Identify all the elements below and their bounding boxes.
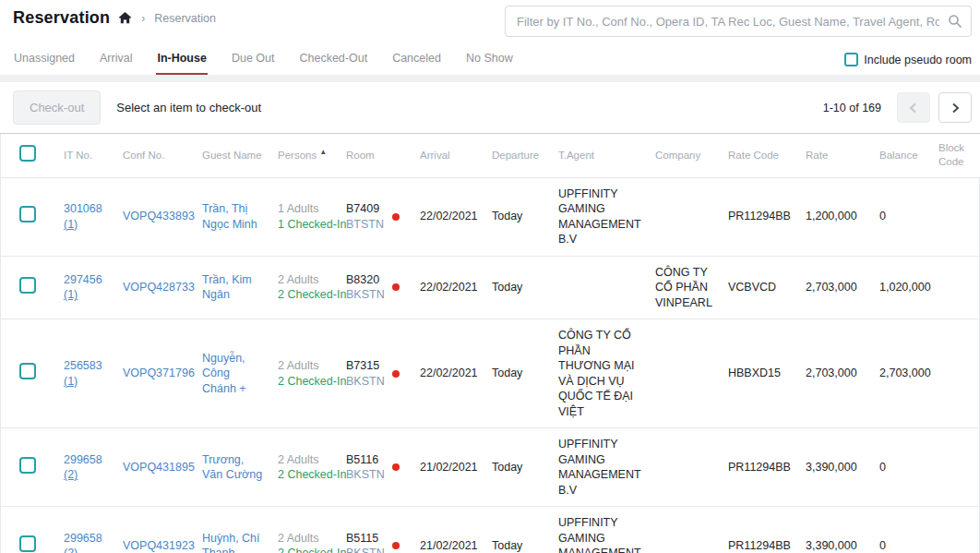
room-number: B5116	[346, 452, 385, 468]
it-no-link[interactable]: 301068 (1)	[64, 202, 102, 231]
column-header-room[interactable]: Room	[335, 134, 409, 177]
rate: 1,200,000	[795, 177, 868, 256]
checked-in-count: 2 Checked-In	[278, 287, 331, 303]
block-code	[927, 256, 980, 319]
reservations-table: IT No.Conf No.Guest NamePersons▲RoomArri…	[0, 134, 980, 553]
block-code	[927, 507, 980, 553]
column-header-departure[interactable]: Departure	[481, 134, 547, 177]
guest-name-link[interactable]: Huỳnh, Chí Thanh	[202, 532, 260, 553]
row-checkbox[interactable]	[19, 363, 36, 379]
include-pseudo-room-checkbox[interactable]	[844, 53, 858, 66]
tab-canceled[interactable]: Canceled	[391, 44, 442, 75]
conf-no-link[interactable]: VOPQ371796	[123, 367, 195, 379]
rate-code: PR11294BB	[717, 177, 795, 256]
tab-arrival[interactable]: Arrival	[99, 44, 133, 75]
column-header-persons[interactable]: Persons▲	[267, 134, 335, 177]
pagination-next-button[interactable]	[938, 92, 972, 123]
row-checkbox[interactable]	[19, 457, 36, 474]
column-header-arrival[interactable]: Arrival	[409, 134, 481, 177]
persons-count: 2 Adults	[278, 358, 331, 374]
column-header-block_code[interactable]: Block Code	[927, 134, 980, 177]
room-number: B7409	[346, 201, 384, 217]
red-dot-indicator	[392, 463, 400, 471]
include-pseudo-room: Include pseudo room	[844, 53, 972, 75]
red-dot-indicator	[392, 542, 400, 549]
row-checkbox[interactable]	[19, 277, 36, 294]
row-checkbox[interactable]	[19, 206, 36, 222]
tab-no-show[interactable]: No Show	[465, 44, 514, 75]
company	[644, 177, 717, 256]
include-pseudo-room-label: Include pseudo room	[864, 54, 972, 66]
checkout-hint: Select an item to check-out	[116, 101, 261, 114]
tab-in-house[interactable]: In-House	[156, 44, 207, 75]
column-header-rate[interactable]: Rate	[795, 134, 868, 177]
block-code	[927, 319, 980, 428]
table-row: 256583 (1) VOPQ371796 Nguyễn, Công Chánh…	[1, 319, 980, 428]
tabs-row: UnassignedArrivalIn-HouseDue OutChecked-…	[0, 37, 980, 75]
tab-due-out[interactable]: Due Out	[231, 44, 276, 75]
pagination-prev-button[interactable]	[897, 92, 930, 123]
guest-name-link[interactable]: Trương, Văn Cường	[202, 453, 262, 482]
room-type-code: BKSTN	[346, 287, 385, 303]
company: CÔNG TY CỔ PHẦN VINPEARL	[644, 256, 717, 319]
conf-no-link[interactable]: VOPQ431923	[123, 539, 195, 552]
tab-unassigned[interactable]: Unassigned	[13, 44, 76, 75]
search-icon[interactable]	[948, 14, 962, 29]
travel-agent: UPFFINITY GAMING MANAGEMENT B.V	[547, 177, 644, 256]
sort-asc-icon: ▲	[319, 148, 327, 156]
conf-no-link[interactable]: VOPQ428733	[123, 281, 195, 294]
checked-in-count: 2 Checked-In	[278, 374, 331, 390]
chevron-right-icon: ›	[140, 12, 146, 25]
search-box	[505, 6, 972, 37]
departure-date: Today	[481, 256, 547, 319]
balance: 0	[868, 177, 927, 256]
room-type-code: BTSTN	[346, 217, 384, 233]
balance: 1,020,000	[868, 256, 927, 319]
arrival-date: 22/02/2021	[409, 256, 481, 319]
checked-in-count: 2 Checked-In	[278, 546, 331, 553]
breadcrumb-current[interactable]: Reservation	[154, 12, 216, 25]
table-row: 297456 (1) VOPQ428733 Trần, Kim Ngân 2 A…	[1, 256, 980, 319]
arrival-date: 21/02/2021	[409, 507, 481, 553]
travel-agent: CÔNG TY CỔ PHẦN THƯƠNG MẠI VÀ DỊCH VỤ QU…	[547, 319, 644, 428]
it-no-link[interactable]: 299658 (2)	[64, 453, 102, 482]
it-no-link[interactable]: 299658 (2)	[64, 532, 102, 553]
column-header-guest_name[interactable]: Guest Name	[191, 134, 267, 177]
departure-date: Today	[481, 177, 547, 256]
checked-in-count: 1 Checked-In	[278, 217, 331, 233]
column-header-conf_no[interactable]: Conf No.	[112, 134, 191, 177]
persons-count: 2 Adults	[278, 452, 331, 468]
company	[644, 507, 717, 553]
it-no-link[interactable]: 256583 (1)	[64, 359, 102, 388]
column-header-rate_code[interactable]: Rate Code	[717, 134, 795, 177]
table-header-row: IT No.Conf No.Guest NamePersons▲RoomArri…	[1, 134, 980, 177]
guest-name-link[interactable]: Trần, Thị Ngọc Minh	[202, 202, 257, 231]
rate-code: PR11294BB	[717, 428, 795, 507]
row-checkbox[interactable]	[19, 535, 36, 552]
guest-name-link[interactable]: Nguyễn, Công Chánh +	[202, 352, 246, 395]
column-header-t_agent[interactable]: T.Agent	[547, 134, 644, 177]
conf-no-link[interactable]: VOPQ433893	[123, 210, 195, 222]
conf-no-link[interactable]: VOPQ431895	[123, 461, 195, 474]
page-title: Reservation	[13, 8, 110, 28]
guest-name-link[interactable]: Trần, Kim Ngân	[202, 273, 252, 302]
search-input[interactable]	[505, 6, 972, 37]
toolbar: Check-out Select an item to check-out 1-…	[0, 82, 980, 134]
select-all-checkbox[interactable]	[19, 145, 36, 162]
check-out-button[interactable]: Check-out	[13, 90, 101, 125]
column-header-balance[interactable]: Balance	[868, 134, 927, 177]
balance: 0	[868, 428, 927, 507]
travel-agent: UPFFINITY GAMING MANAGEMENT B.V	[547, 428, 644, 507]
table-row: 299658 (2) VOPQ431923 Huỳnh, Chí Thanh 2…	[1, 507, 980, 553]
persons-count: 2 Adults	[278, 531, 331, 547]
it-no-link[interactable]: 297456 (1)	[64, 273, 102, 302]
page-header: Reservation › Reservation	[0, 0, 980, 37]
red-dot-indicator	[392, 283, 400, 291]
column-header-company[interactable]: Company	[644, 134, 717, 177]
tab-checked-out[interactable]: Checked-Out	[298, 44, 368, 75]
table-row: 301068 (1) VOPQ433893 Trần, Thị Ngọc Min…	[1, 177, 980, 256]
column-header-it_no[interactable]: IT No.	[53, 134, 112, 177]
home-icon[interactable]	[118, 11, 132, 25]
column-header-select	[1, 134, 53, 177]
block-code	[927, 428, 980, 507]
